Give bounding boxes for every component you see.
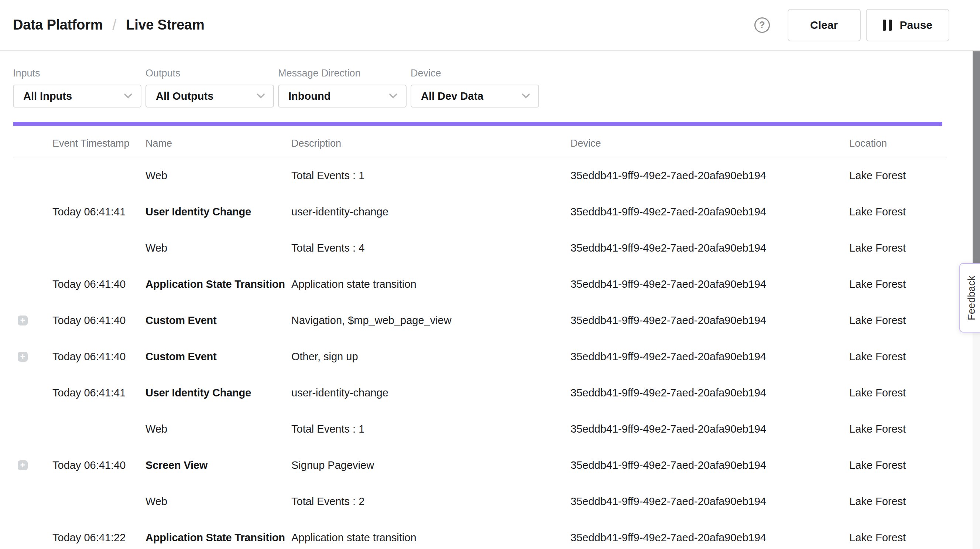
event-description: user-identity-change — [291, 387, 571, 399]
filter-device: Device All Dev Data — [410, 68, 539, 107]
event-location: Lake Forest — [849, 242, 947, 254]
expand-cell: + — [13, 496, 52, 506]
table-row[interactable]: + Web Total Events : 1 35eddb41-9ff9-49e… — [13, 411, 947, 447]
message-direction-dropdown[interactable]: Inbound — [278, 85, 407, 107]
chevron-down-icon — [124, 93, 132, 99]
filter-message-direction: Message Direction Inbound — [278, 68, 407, 107]
top-bar-actions: ? Clear Pause — [754, 9, 949, 41]
outputs-dropdown[interactable]: All Outputs — [145, 85, 274, 107]
expand-row-button[interactable]: + — [18, 352, 28, 362]
table-body: + Web Total Events : 1 35eddb41-9ff9-49e… — [13, 157, 947, 549]
event-device: 35eddb41-9ff9-49e2-7aed-20afa90eb194 — [571, 423, 849, 435]
page-title: Live Stream — [126, 17, 204, 33]
table-row[interactable]: + Web Total Events : 4 35eddb41-9ff9-49e… — [13, 230, 947, 266]
filter-inputs: Inputs All Inputs — [13, 68, 142, 107]
feedback-tab-label: Feedback — [966, 276, 977, 320]
header-device: Device — [571, 138, 849, 149]
event-location: Lake Forest — [849, 495, 947, 508]
event-device: 35eddb41-9ff9-49e2-7aed-20afa90eb194 — [571, 169, 849, 182]
table-header-row: Event Timestamp Name Description Device … — [13, 130, 947, 157]
event-description: Total Events : 1 — [291, 169, 571, 182]
event-location: Lake Forest — [849, 169, 947, 182]
breadcrumb-separator: / — [112, 17, 116, 33]
chevron-down-icon — [389, 93, 398, 99]
expand-cell: + — [13, 316, 52, 326]
live-stream-table: Event Timestamp Name Description Device … — [13, 130, 947, 549]
event-location: Lake Forest — [849, 278, 947, 290]
event-description: Navigation, $mp_web_page_view — [291, 314, 571, 327]
expand-cell: + — [13, 279, 52, 289]
event-description: Application state transition — [291, 531, 571, 544]
inputs-dropdown[interactable]: All Inputs — [13, 85, 142, 107]
event-device: 35eddb41-9ff9-49e2-7aed-20afa90eb194 — [571, 495, 849, 508]
device-dropdown[interactable]: All Dev Data — [410, 85, 539, 107]
feedback-tab[interactable]: Feedback — [959, 263, 980, 332]
event-timestamp: Today 06:41:41 — [52, 387, 145, 399]
help-icon[interactable]: ? — [754, 18, 770, 33]
event-name: Screen View — [145, 459, 291, 471]
top-bar: Data Platform / Live Stream ? Clear Paus… — [0, 0, 980, 51]
table-row[interactable]: + Today 06:41:40 Custom Event Other, sig… — [13, 338, 947, 375]
event-timestamp: Today 06:41:41 — [52, 206, 145, 218]
filter-message-direction-label: Message Direction — [278, 68, 407, 79]
breadcrumb-section[interactable]: Data Platform — [13, 17, 103, 33]
event-name: User Identity Change — [145, 387, 291, 399]
expand-row-button[interactable]: + — [18, 460, 28, 470]
pause-button[interactable]: Pause — [866, 9, 949, 41]
table-row[interactable]: + Today 06:41:41 User Identity Change us… — [13, 375, 947, 411]
event-location: Lake Forest — [849, 459, 947, 471]
table-row[interactable]: + Today 06:41:22 Application State Trans… — [13, 519, 947, 549]
event-name: Web — [145, 423, 291, 435]
table-row[interactable]: + Today 06:41:40 Custom Event Navigation… — [13, 302, 947, 338]
table-row[interactable]: + Today 06:41:41 User Identity Change us… — [13, 193, 947, 230]
accent-divider — [13, 122, 942, 126]
inputs-dropdown-value: All Inputs — [23, 90, 72, 102]
event-description: user-identity-change — [291, 206, 571, 218]
event-timestamp: Today 06:41:40 — [52, 278, 145, 290]
event-location: Lake Forest — [849, 423, 947, 435]
expand-cell: + — [13, 352, 52, 362]
event-name: Custom Event — [145, 314, 291, 327]
event-location: Lake Forest — [849, 387, 947, 399]
event-description: Other, sign up — [291, 351, 571, 363]
expand-row-button[interactable]: + — [18, 316, 28, 326]
clear-button[interactable]: Clear — [788, 9, 861, 41]
header-description: Description — [291, 138, 571, 149]
expand-cell: + — [13, 533, 52, 543]
table-row[interactable]: + Web Total Events : 1 35eddb41-9ff9-49e… — [13, 157, 947, 193]
event-description: Total Events : 4 — [291, 242, 571, 254]
table-row[interactable]: + Today 06:41:40 Screen View Signup Page… — [13, 447, 947, 483]
pause-button-label: Pause — [900, 19, 932, 31]
event-device: 35eddb41-9ff9-49e2-7aed-20afa90eb194 — [571, 242, 849, 254]
event-description: Total Events : 1 — [291, 423, 571, 435]
expand-cell: + — [13, 207, 52, 217]
filter-outputs: Outputs All Outputs — [145, 68, 274, 107]
event-device: 35eddb41-9ff9-49e2-7aed-20afa90eb194 — [571, 531, 849, 544]
event-name: Application State Transition — [145, 531, 291, 544]
expand-cell: + — [13, 460, 52, 470]
header-event-timestamp: Event Timestamp — [52, 138, 145, 149]
event-location: Lake Forest — [849, 314, 947, 327]
device-dropdown-value: All Dev Data — [421, 90, 484, 102]
event-name: User Identity Change — [145, 206, 291, 218]
event-device: 35eddb41-9ff9-49e2-7aed-20afa90eb194 — [571, 278, 849, 290]
message-direction-dropdown-value: Inbound — [288, 90, 331, 102]
vertical-scrollbar-thumb[interactable] — [973, 51, 980, 268]
filter-bar: Inputs All Inputs Outputs All Outputs Me… — [13, 51, 539, 107]
event-name: Custom Event — [145, 351, 291, 363]
table-row[interactable]: + Today 06:41:40 Application State Trans… — [13, 266, 947, 302]
event-description: Application state transition — [291, 278, 571, 290]
event-name: Web — [145, 495, 291, 508]
event-description: Total Events : 2 — [291, 495, 571, 508]
table-row[interactable]: + Web Total Events : 2 35eddb41-9ff9-49e… — [13, 483, 947, 519]
event-timestamp: Today 06:41:40 — [52, 351, 145, 363]
event-timestamp: Today 06:41:40 — [52, 459, 145, 471]
event-description: Signup Pageview — [291, 459, 571, 471]
filter-outputs-label: Outputs — [145, 68, 274, 79]
chevron-down-icon — [256, 93, 265, 99]
event-location: Lake Forest — [849, 351, 947, 363]
event-device: 35eddb41-9ff9-49e2-7aed-20afa90eb194 — [571, 351, 849, 363]
filter-device-label: Device — [410, 68, 539, 79]
event-name: Web — [145, 169, 291, 182]
outputs-dropdown-value: All Outputs — [156, 90, 213, 102]
